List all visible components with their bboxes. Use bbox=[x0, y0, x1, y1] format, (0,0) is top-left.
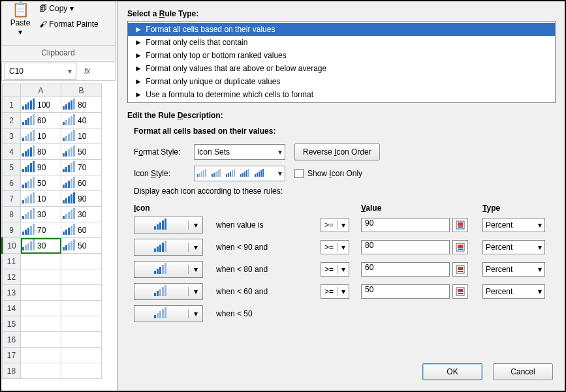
cell[interactable] bbox=[21, 301, 61, 316]
rule-type-combo[interactable]: Percent▾ bbox=[482, 284, 545, 299]
row-header[interactable]: 5 bbox=[3, 160, 21, 175]
row-header[interactable]: 18 bbox=[3, 363, 21, 379]
cell[interactable]: 90 bbox=[61, 191, 102, 207]
cell[interactable]: 80 bbox=[61, 97, 102, 113]
row-header[interactable]: 11 bbox=[3, 254, 21, 269]
cell[interactable] bbox=[21, 254, 61, 269]
rule-icon-combo[interactable]: ▾ bbox=[134, 261, 203, 278]
cell[interactable] bbox=[61, 301, 102, 316]
cell[interactable] bbox=[21, 316, 61, 332]
cell[interactable] bbox=[21, 348, 61, 363]
rule-operator-value: >= bbox=[321, 287, 337, 296]
cell[interactable] bbox=[61, 348, 102, 363]
format-style-combo[interactable]: Icon Sets ▾ bbox=[194, 144, 285, 160]
rule-type-item[interactable]: ► Format only top or bottom ranked value… bbox=[128, 49, 555, 62]
cell[interactable]: 10 bbox=[21, 191, 61, 207]
column-header[interactable]: A bbox=[21, 84, 61, 97]
cell[interactable] bbox=[21, 269, 61, 285]
rule-type-combo[interactable]: Percent▾ bbox=[482, 262, 545, 277]
cell[interactable]: 60 bbox=[61, 222, 102, 238]
cell[interactable] bbox=[61, 254, 102, 269]
cell[interactable]: 90 bbox=[21, 160, 61, 175]
row-header[interactable]: 9 bbox=[3, 222, 21, 238]
ok-button[interactable]: OK bbox=[422, 363, 482, 380]
rule-type-item[interactable]: ► Format all cells based on their values bbox=[128, 23, 555, 36]
signal-bars-icon bbox=[63, 130, 76, 143]
paste-button[interactable]: 📋 Paste ▾ bbox=[4, 1, 37, 37]
rule-value-input[interactable]: 50 bbox=[361, 284, 450, 299]
spreadsheet-grid[interactable]: AB11008026040310104805059070650607109083… bbox=[1, 83, 102, 379]
cell[interactable] bbox=[21, 363, 61, 379]
copy-button[interactable]: 🗐 Copy ▾ bbox=[39, 4, 74, 13]
range-selector-button[interactable] bbox=[452, 284, 468, 299]
row-header[interactable]: 1 bbox=[3, 97, 21, 113]
cell[interactable]: 30 bbox=[21, 207, 61, 222]
cell[interactable] bbox=[61, 332, 102, 348]
rule-type-combo[interactable]: Percent▾ bbox=[482, 218, 545, 232]
row-header[interactable]: 4 bbox=[3, 144, 21, 160]
row-header[interactable]: 3 bbox=[3, 128, 21, 144]
cell[interactable] bbox=[61, 363, 102, 379]
rule-icon-combo[interactable]: ▾ bbox=[134, 283, 203, 300]
row-header[interactable]: 8 bbox=[3, 207, 21, 222]
rule-operator-combo[interactable]: >=▾ bbox=[321, 262, 349, 277]
column-header[interactable]: B bbox=[61, 84, 102, 97]
row-header[interactable]: 6 bbox=[3, 175, 21, 191]
cell[interactable]: 10 bbox=[61, 128, 102, 144]
range-selector-button[interactable] bbox=[452, 218, 468, 232]
rule-icon-combo[interactable]: ▾ bbox=[134, 305, 203, 322]
cell[interactable]: 50 bbox=[21, 175, 61, 191]
reverse-icon-order-button[interactable]: Reverse Icon Order bbox=[294, 143, 380, 160]
cancel-button[interactable]: Cancel bbox=[493, 363, 553, 380]
cell[interactable]: 30 bbox=[21, 238, 61, 254]
row-header[interactable]: 7 bbox=[3, 191, 21, 207]
row-header[interactable]: 13 bbox=[3, 285, 21, 301]
format-painter-button[interactable]: 🖌 Format Painte bbox=[39, 20, 99, 29]
cell[interactable] bbox=[61, 269, 102, 285]
cell[interactable] bbox=[21, 285, 61, 301]
cell[interactable]: 70 bbox=[61, 160, 102, 175]
cell[interactable]: 10 bbox=[21, 128, 61, 144]
cell[interactable]: 60 bbox=[21, 113, 61, 128]
cell[interactable]: 50 bbox=[61, 144, 102, 160]
row-header[interactable]: 16 bbox=[3, 332, 21, 348]
rule-icon-combo[interactable]: ▾ bbox=[134, 239, 203, 256]
rule-type-item[interactable]: ► Format only unique or duplicate values bbox=[128, 75, 555, 88]
cell[interactable] bbox=[61, 285, 102, 301]
signal-bars-icon bbox=[22, 208, 35, 221]
cell[interactable]: 30 bbox=[61, 207, 102, 222]
cell[interactable]: 50 bbox=[61, 238, 102, 254]
rule-type-item[interactable]: ► Use a formula to determine which cells… bbox=[128, 88, 555, 101]
row-header[interactable]: 2 bbox=[3, 113, 21, 128]
rule-operator-combo[interactable]: >=▾ bbox=[321, 218, 349, 232]
show-icon-only-checkbox[interactable]: Show Icon Only bbox=[294, 169, 362, 178]
cell[interactable] bbox=[61, 316, 102, 332]
rule-value-input[interactable]: 90 bbox=[361, 218, 450, 232]
rule-type-item[interactable]: ► Format only values that are above or b… bbox=[128, 62, 555, 75]
rule-type-combo[interactable]: Percent▾ bbox=[482, 240, 545, 254]
row-header[interactable]: 15 bbox=[3, 316, 21, 332]
icon-style-combo[interactable]: ▾ bbox=[194, 166, 285, 181]
rule-operator-combo[interactable]: >=▾ bbox=[321, 284, 349, 299]
rule-value-input[interactable]: 80 bbox=[361, 240, 450, 254]
cell[interactable] bbox=[21, 332, 61, 348]
name-box[interactable]: C10 ▾ bbox=[5, 63, 76, 80]
rule-type-item[interactable]: ► Format only cells that contain bbox=[128, 36, 555, 49]
cell[interactable]: 80 bbox=[21, 144, 61, 160]
range-selector-button[interactable] bbox=[452, 240, 468, 254]
select-all-corner[interactable] bbox=[3, 84, 21, 97]
cell[interactable]: 100 bbox=[21, 97, 61, 113]
cell[interactable]: 60 bbox=[61, 175, 102, 191]
rule-icon-combo[interactable]: ▾ bbox=[134, 217, 203, 234]
rule-value-input[interactable]: 60 bbox=[361, 262, 450, 277]
row-header[interactable]: 17 bbox=[3, 348, 21, 363]
cell[interactable]: 70 bbox=[21, 222, 61, 238]
range-selector-button[interactable] bbox=[452, 262, 468, 277]
row-header[interactable]: 12 bbox=[3, 269, 21, 285]
row-header[interactable]: 10 bbox=[3, 238, 21, 254]
row-header[interactable]: 14 bbox=[3, 301, 21, 316]
cell[interactable]: 40 bbox=[61, 113, 102, 128]
rule-operator-combo[interactable]: >=▾ bbox=[321, 240, 349, 254]
fx-button[interactable]: fx bbox=[79, 67, 95, 76]
rule-type-listbox[interactable]: ► Format all cells based on their values… bbox=[127, 21, 556, 103]
